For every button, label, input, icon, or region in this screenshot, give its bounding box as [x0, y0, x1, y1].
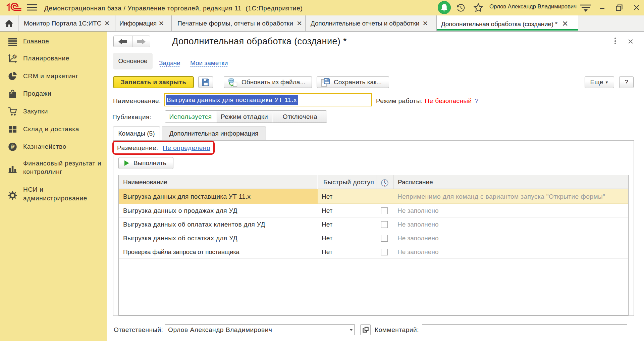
- svg-text:₽: ₽: [13, 55, 16, 58]
- svg-text:₽: ₽: [11, 144, 15, 150]
